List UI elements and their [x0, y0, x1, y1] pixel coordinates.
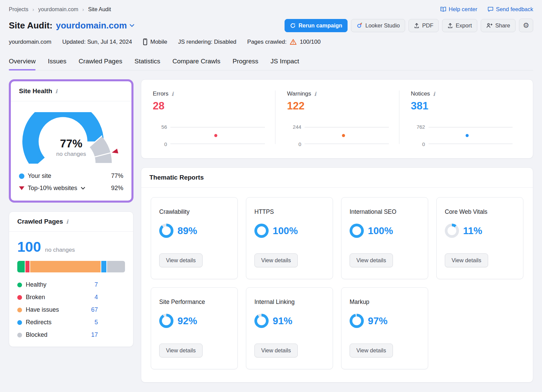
tab-issues[interactable]: Issues [48, 56, 66, 70]
title-row: Site Audit: yourdomain.com Rerun campaig… [9, 19, 533, 32]
green-dot-icon [17, 283, 22, 287]
bar-segment-broken [25, 261, 29, 272]
notices-stat[interactable]: Notices i 381 762 0 [399, 90, 523, 144]
international-seo-percent: 100% [368, 225, 393, 236]
thematic-card-international-seo: International SEO 100% View details [341, 197, 428, 279]
tab-js-impact[interactable]: JS Impact [271, 56, 299, 70]
site-health-body: 77% no changes Your site 77% Top-10% web [11, 101, 131, 201]
share-button[interactable]: Share [481, 19, 516, 32]
crawled-pages-total-row: 100 no changes [17, 240, 125, 254]
left-column: Site Health i 77% no changes Y [9, 79, 133, 347]
blue-dot-icon [17, 320, 22, 325]
tab-overview[interactable]: Overview [9, 56, 36, 70]
international-seo-title: International SEO [350, 208, 420, 215]
international-seo-donut [350, 224, 364, 238]
export-button[interactable]: Export [442, 19, 477, 32]
report-tabs: Overview Issues Crawled Pages Statistics… [9, 56, 533, 70]
looker-studio-button[interactable]: Looker Studio [351, 19, 405, 32]
broken-label: Broken [26, 294, 45, 301]
thematic-reports-grid: Crawlability 89% View details HTTPS 100% [141, 188, 533, 382]
warnings-stat[interactable]: Warnings i 122 244 0 [275, 90, 399, 144]
meta-device-label: Mobile [150, 39, 167, 45]
tab-compare-crawls[interactable]: Compare Crawls [172, 56, 220, 70]
markup-donut [350, 314, 364, 328]
tab-crawled-pages[interactable]: Crawled Pages [79, 56, 122, 70]
crawled-pages-card: Crawled Pages i 100 no changes Healthy 7 [9, 211, 133, 347]
help-center-link[interactable]: Help center [440, 6, 477, 13]
crawlability-view-details-button[interactable]: View details [159, 253, 203, 267]
tab-statistics[interactable]: Statistics [134, 56, 160, 70]
pdf-button[interactable]: PDF [409, 19, 439, 32]
tab-progress[interactable]: Progress [232, 56, 258, 70]
core-web-vitals-title: Core Web Vitals [445, 208, 515, 215]
bar-segment-have-issues [30, 261, 101, 272]
core-web-vitals-donut [445, 224, 459, 238]
top-links: Help center Send feedback [440, 6, 533, 13]
thematic-reports-title: Thematic Reports [149, 174, 204, 181]
core-web-vitals-view-details-button[interactable]: View details [445, 253, 488, 267]
blocked-label: Blocked [26, 331, 47, 338]
gray-dot-icon [17, 333, 22, 337]
info-icon[interactable]: i [171, 91, 173, 97]
thematic-card-internal-linking: Internal Linking 91% View details [246, 287, 333, 369]
notices-value: 381 [411, 100, 514, 112]
pdf-label: PDF [422, 22, 433, 29]
axis-max-label: 244 [287, 124, 301, 130]
domain-selector-label: yourdomain.com [56, 20, 127, 31]
crawlability-title: Crawlability [159, 208, 229, 215]
warning-triangle-icon [290, 39, 297, 45]
legend-row-broken: Broken 4 [17, 294, 98, 301]
your-site-label: Your site [28, 172, 51, 180]
rerun-campaign-label: Rerun campaign [298, 22, 342, 29]
blocked-count-link[interactable]: 17 [91, 331, 98, 338]
info-icon[interactable]: i [433, 91, 435, 97]
gear-icon: ⚙ [523, 21, 529, 29]
info-icon[interactable]: i [66, 219, 68, 225]
axis-max-label: 56 [153, 124, 167, 130]
chevron-down-icon[interactable] [81, 187, 85, 190]
legend-row-your-site: Your site 77% [19, 172, 123, 180]
chat-bubble-icon [487, 6, 494, 12]
domain-selector[interactable]: yourdomain.com [56, 20, 134, 31]
warnings-data-point [342, 134, 345, 137]
axis-min-label: 0 [153, 141, 167, 147]
site-health-gauge: 77% no changes [20, 112, 122, 164]
info-icon[interactable]: i [314, 91, 316, 97]
markup-view-details-button[interactable]: View details [350, 344, 393, 357]
redirects-count-link[interactable]: 5 [95, 319, 98, 326]
crawlability-donut [159, 224, 173, 238]
looker-studio-label: Looker Studio [365, 22, 400, 29]
https-title: HTTPS [254, 208, 325, 215]
rerun-campaign-button[interactable]: Rerun campaign [285, 19, 348, 32]
healthy-count-link[interactable]: 7 [95, 281, 98, 288]
notices-data-point [465, 134, 468, 137]
bar-segment-blocked [107, 261, 125, 272]
pages-crawled-label: Pages crawled: [247, 39, 287, 45]
site-audit-page: Projects › yourdomain.com › Site Audit H… [0, 0, 542, 392]
bar-segment-healthy [17, 261, 25, 272]
info-icon[interactable]: i [55, 88, 57, 95]
errors-stat[interactable]: Errors i 28 56 0 [151, 90, 275, 144]
settings-button[interactable]: ⚙ [519, 19, 533, 32]
thematic-reports-header: Thematic Reports [141, 168, 533, 188]
have-issues-count-link[interactable]: 67 [91, 306, 98, 313]
your-site-value: 77% [111, 172, 123, 180]
broken-count-link[interactable]: 4 [95, 294, 98, 301]
https-view-details-button[interactable]: View details [254, 253, 298, 267]
internal-linking-view-details-button[interactable]: View details [254, 344, 298, 357]
thematic-reports-card: Thematic Reports Crawlability 89% View d… [141, 167, 533, 383]
overview-content: Site Health i 77% no changes Y [9, 79, 533, 392]
redirects-label: Redirects [26, 319, 51, 326]
upload-icon [447, 23, 453, 28]
breadcrumb-projects[interactable]: Projects [9, 6, 28, 13]
meta-pages-crawled: Pages crawled: 100/100 [247, 39, 321, 45]
international-seo-view-details-button[interactable]: View details [350, 253, 393, 267]
site-performance-view-details-button[interactable]: View details [159, 344, 203, 357]
meta-updated: Updated: Sun, Jul 14, 2024 [62, 39, 132, 45]
core-web-vitals-percent: 11% [463, 225, 482, 236]
send-feedback-link[interactable]: Send feedback [487, 6, 533, 13]
breadcrumb-domain[interactable]: yourdomain.com [38, 6, 78, 13]
thematic-card-https: HTTPS 100% View details [246, 197, 333, 279]
crawlability-percent: 89% [178, 225, 197, 236]
https-percent: 100% [273, 225, 298, 236]
